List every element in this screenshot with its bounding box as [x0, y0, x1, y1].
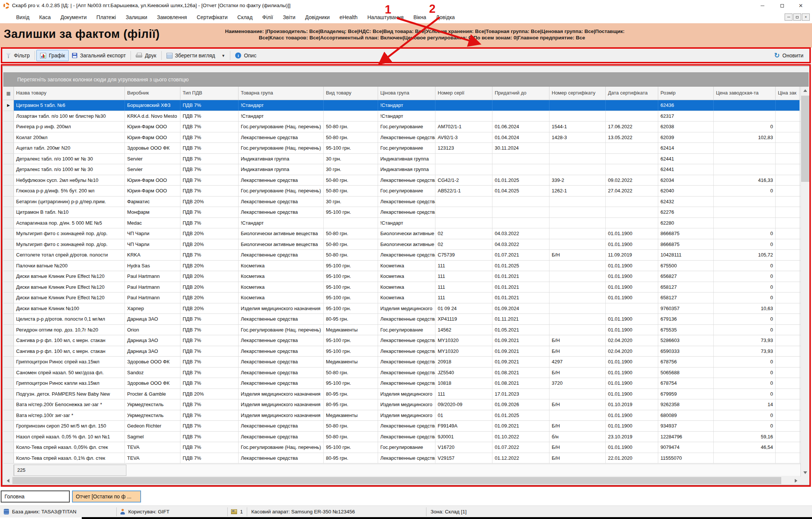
column-header[interactable]: Розмір [658, 87, 714, 100]
menu-item-5[interactable]: Залишки [121, 11, 152, 23]
table-row[interactable]: Гриппоцитрон Ринос спрей наз.15млЗдоровь… [3, 357, 800, 368]
menu-item-14[interactable]: Вікна [408, 11, 431, 23]
table-row[interactable]: Диски ватные Клиник Pure Effect №120Paul… [3, 282, 800, 293]
column-header[interactable]: Цена заводская-та [714, 87, 776, 100]
cell: KRKA [125, 250, 180, 260]
table-row[interactable]: Рингера р-р инф. 200млЮрия-Фарм ОООПДВ 7… [3, 122, 800, 132]
menu-item-2[interactable]: Каса [34, 11, 56, 23]
column-header[interactable]: Номер сертифікату [549, 87, 606, 100]
export-button[interactable]: Загальний експорт [69, 50, 129, 61]
column-header[interactable]: Вид товару [324, 87, 378, 100]
table-row[interactable]: Регидрон оптим пор. доз. 10,7г №20OrionП… [3, 325, 800, 336]
mdi-close-button[interactable]: × [802, 14, 810, 21]
table-row[interactable]: Глюкоза р-р д/инф. 5% бут. 200 млЮрия-Фа… [3, 186, 800, 196]
column-header[interactable]: Ціна зак [776, 87, 800, 100]
chart-button[interactable]: Графік [36, 50, 69, 61]
filter-button[interactable]: Фільтр [2, 50, 33, 61]
table-row[interactable]: Гропринозин сироп 250 мг/5 мл фл. 150Ged… [3, 421, 800, 432]
table-row[interactable]: Сангива р-р фл. 100 мл, с мерн. стаканДа… [3, 346, 800, 357]
cell: Косметика [378, 271, 435, 282]
cell: 95-100 грн. [324, 207, 378, 218]
table-row[interactable]: Небуфлюзон сусп. 2мл небулы №10Юрия-Фарм… [3, 175, 800, 186]
table-row[interactable]: Детралекс табл. п/о 1000 мг № 30ServierП… [3, 154, 800, 165]
table-row[interactable]: Цитрамон В табл. №10МонфармПДВ 7%Лекарст… [3, 207, 800, 218]
table-row[interactable]: Бетаргин (цитраргинин) р-р д/пер.прим.Фа… [3, 196, 800, 207]
menu-item-3[interactable]: Документи [56, 11, 92, 23]
cell: 1544-1 [549, 122, 606, 132]
cell: TEVA [125, 442, 180, 453]
group-by-bar[interactable]: Перетягніть заголовок колонки сюди для у… [3, 72, 809, 87]
column-header[interactable]: Тип ПДВ [180, 87, 239, 100]
menu-item-1[interactable]: Вихід [11, 11, 34, 23]
column-header[interactable]: Цінова група [378, 87, 435, 100]
menu-item-6[interactable]: Замовлення [152, 11, 192, 23]
vertical-scrollbar[interactable] [800, 87, 809, 477]
save-view-button[interactable]: Зберегти вигляд ▼ [163, 50, 229, 61]
table-row[interactable]: Ксило-Тева спрей назал. 0,1% фл. стекTEV… [3, 453, 800, 464]
menu-item-7[interactable]: Сертифікати [192, 11, 232, 23]
scroll-down-icon[interactable] [801, 469, 810, 477]
scroll-up-icon[interactable] [801, 87, 810, 94]
column-header[interactable]: Виробник [125, 87, 180, 100]
horizontal-scroll-thumb[interactable] [12, 477, 781, 484]
table-row[interactable]: Ацетал табл. 200мг N20Здоровье ООО ФКПДВ… [3, 143, 800, 154]
table-row[interactable]: Гриппоцитрон Ринос капли наз.15млЗдоровь… [3, 378, 800, 389]
cell: 102,83 [714, 132, 776, 143]
menu-item-4[interactable]: Платежі [92, 11, 121, 23]
menu-item-11[interactable]: Довідники [300, 11, 335, 23]
scroll-right-icon[interactable] [791, 477, 800, 484]
cell: Целиста р-р д/ротов. полости 0,1 мг/мл [14, 314, 125, 324]
table-row[interactable]: ▶Цитрамон 5 табл. №6Борщаговский ХФЗПДВ … [3, 100, 800, 111]
toolbar-separator [35, 51, 35, 60]
table-row[interactable]: Вата н/стер.100г зиг-заг *Укрмедтекстиль… [3, 410, 800, 421]
table-row[interactable]: Назол спрей назал. 0,05 % фл. 10 мл №1Sa… [3, 432, 800, 442]
table-row[interactable]: Саномен спрей назал. 50 мкг/доза фл.Sand… [3, 368, 800, 378]
menu-item-9[interactable]: Філії [257, 11, 278, 23]
table-row[interactable]: Ксило-Тева спрей назал. 0,05% фл. стекTE… [3, 442, 800, 453]
table-row[interactable]: Диски ватные Клиник №100ХарперПДВ 20%Изд… [3, 303, 800, 314]
mdi-minimize-button[interactable] [785, 14, 792, 21]
table-row[interactable]: Диски ватные Клиник Pure Effect №120Paul… [3, 271, 800, 282]
menu-item-12[interactable]: eHealth [335, 11, 362, 23]
table-row[interactable]: Мультигрип фито с эхинацеей пор. д/ор.ЧП… [3, 228, 800, 239]
table-row[interactable]: Аспарагиназа пор. д/ин. 5 000 МЕ №5Medac… [3, 218, 800, 229]
column-header[interactable]: Товарна група [239, 87, 324, 100]
table-row[interactable]: Подгузн. детск. PAMPERS New Baby NewProc… [3, 389, 800, 400]
column-chooser-icon[interactable]: ▦ [3, 87, 14, 100]
description-button[interactable]: i Опис [232, 50, 260, 61]
mdi-restore-button[interactable] [793, 14, 801, 21]
cell: ПДВ 7% [180, 175, 239, 186]
refresh-button[interactable]: ↻ Оновити [771, 50, 807, 61]
cell [549, 314, 606, 324]
minimize-button[interactable] [754, 1, 771, 10]
column-header[interactable]: Назва товару [14, 87, 125, 100]
cell [435, 164, 492, 175]
close-button[interactable]: × [792, 1, 809, 10]
cell [492, 154, 549, 164]
column-header[interactable]: Номер серії [435, 87, 492, 100]
restore-button[interactable] [774, 1, 790, 10]
table-row[interactable]: Сангива р-р фл. 100 мл, с мерн. стаканДа… [3, 335, 800, 346]
cell: Медикаменты [324, 410, 378, 421]
table-row[interactable]: Палочки ватные №200Hydra SasПДВ 20%Косме… [3, 261, 800, 272]
table-row[interactable]: Ксилат 200млЮрия-Фарм ОООПДВ 7%Лекарстве… [3, 132, 800, 143]
table-row[interactable]: Детралекс табл. п/о 1000 мг № 30ServierП… [3, 164, 800, 175]
table-row[interactable]: Септолете тотал спрей д/ротов. полостиKR… [3, 250, 800, 261]
menu-item-10[interactable]: Звіти [278, 11, 300, 23]
horizontal-scrollbar[interactable] [3, 477, 800, 484]
vertical-scroll-thumb[interactable] [801, 96, 809, 182]
scroll-left-icon[interactable] [3, 477, 12, 484]
tab-home[interactable]: Головна [1, 490, 70, 502]
column-header[interactable]: Дата сертифіката [606, 87, 658, 100]
table-row[interactable]: Диски ватные Клиник Pure Effect №120Paul… [3, 292, 800, 303]
column-header[interactable]: Придатний до [492, 87, 549, 100]
tab-report[interactable]: Отчет [Остатки по ф ... [72, 490, 141, 502]
table-row[interactable]: Лозартан табл. п/о 100 мг блистер №30KRK… [3, 111, 800, 122]
table-row[interactable]: Мультигрип фито с эхинацеей пор. д/ор.ЧП… [3, 239, 800, 250]
menu-item-8[interactable]: Склад [233, 11, 258, 23]
chevron-down-icon[interactable]: ▼ [221, 54, 225, 58]
table-row[interactable]: Вата н/стер.200г Белоснежка зиг-заг *Укр… [3, 399, 800, 410]
table-row[interactable]: Целиста р-р д/ротов. полости 0,1 мг/млДа… [3, 314, 800, 325]
print-button[interactable]: Друк [132, 50, 159, 61]
cell: Здоровье ООО ФК [125, 378, 180, 388]
